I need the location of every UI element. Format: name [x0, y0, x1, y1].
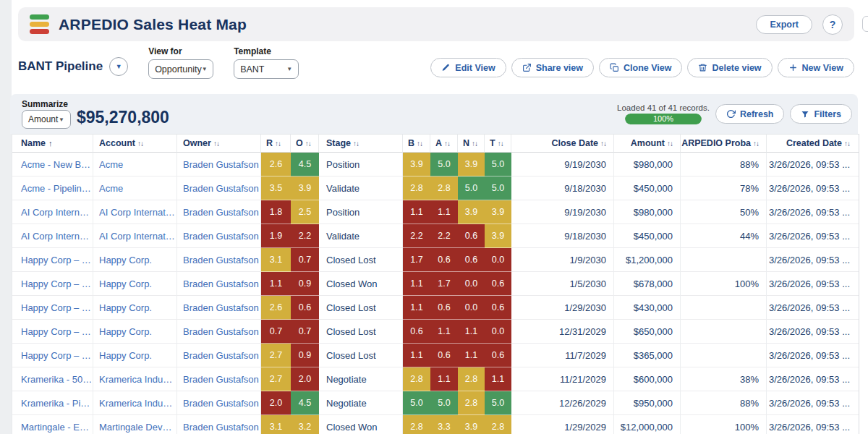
progress-bar: 100% [625, 114, 702, 124]
table-row: AI Corp Internatio...AI Corp Internatio.… [12, 224, 859, 248]
cell-account[interactable]: Martingale DevOps [93, 415, 177, 434]
cell-o: 0.7 [291, 320, 319, 344]
cell-o: 3.2 [291, 415, 319, 434]
cell-account[interactable]: AI Corp Internatio... [93, 200, 177, 224]
cell-account[interactable]: Acme [93, 176, 177, 200]
cell-r: 2.7 [261, 367, 291, 391]
cell-stage: Closed Lost [319, 320, 403, 344]
cell-account[interactable]: AI Corp Internatio... [93, 224, 177, 248]
column-label: B [408, 138, 414, 148]
column-header-amount[interactable]: Amount↑↓ [614, 134, 681, 153]
summarize-field-select[interactable]: Amount ▼ [22, 110, 71, 129]
cell-t: 2.8 [485, 415, 511, 434]
cell-owner[interactable]: Braden Gustafson [177, 272, 261, 296]
cell-close_date: 1/29/2030 [511, 296, 614, 320]
refresh-label: Refresh [740, 109, 774, 119]
column-header-created[interactable]: Created Date↑↓ [767, 134, 859, 153]
cell-close_date: 9/18/2030 [511, 176, 614, 200]
view-dropdown-button[interactable]: ▼ [109, 57, 128, 76]
delete-view-button[interactable]: Delete view [687, 58, 772, 77]
cell-a: 2.2 [430, 224, 458, 248]
cell-owner[interactable]: Braden Gustafson [177, 391, 261, 415]
column-header-account[interactable]: Account↑↓ [93, 134, 177, 153]
cell-stage: Closed Lost [319, 296, 403, 320]
cell-name[interactable]: Happy Corp – Da... [12, 296, 93, 320]
cell-close_date: 9/18/2030 [511, 224, 614, 248]
filters-button[interactable]: Filters [790, 104, 852, 124]
sort-icon: ↑↓ [498, 140, 503, 148]
action-label: Edit View [455, 63, 495, 73]
view-for-select[interactable]: Opportunity ▼ [148, 59, 213, 79]
column-header-a[interactable]: A↑↓ [430, 134, 458, 153]
column-label: Name [21, 138, 46, 148]
cell-name[interactable]: AI Corp Internatio... [12, 200, 93, 224]
cell-owner[interactable]: Braden Gustafson [177, 153, 261, 176]
refresh-button[interactable]: Refresh [715, 104, 785, 124]
help-button[interactable]: ? [822, 14, 843, 35]
new-view-button[interactable]: New View [778, 58, 854, 77]
cell-account[interactable]: Happy Corp. [93, 272, 177, 296]
cell-b: 1.1 [403, 200, 430, 224]
cell-t: 0.6 [485, 344, 511, 367]
cell-proba: 78% [681, 176, 767, 200]
chevron-down-icon: ▼ [116, 63, 122, 70]
template-select[interactable]: BANT ▼ [234, 59, 299, 79]
cell-name[interactable]: Martingale - ERP ... [12, 415, 93, 434]
export-button[interactable]: Export [756, 15, 812, 34]
logo-bar-yellow [30, 22, 49, 27]
cell-name[interactable]: Happy Corp – CR... [12, 272, 93, 296]
column-header-stage[interactable]: Stage↑↓ [319, 134, 403, 153]
cell-name[interactable]: Kramerika - Pipeli... [12, 391, 93, 415]
column-header-name[interactable]: Name↑ [12, 134, 93, 153]
column-label: T [490, 138, 495, 148]
cell-account[interactable]: Happy Corp. [93, 344, 177, 367]
cell-owner[interactable]: Braden Gustafson [177, 344, 261, 367]
column-header-t[interactable]: T↑↓ [485, 134, 511, 153]
share-view-button[interactable]: Share view [511, 58, 594, 77]
cell-owner[interactable]: Braden Gustafson [177, 367, 261, 391]
cell-a: 1.1 [430, 320, 458, 344]
cell-owner[interactable]: Braden Gustafson [177, 415, 261, 434]
cell-account[interactable]: Happy Corp. [93, 248, 177, 272]
clone-view-button[interactable]: Clone View [599, 58, 682, 77]
edit-view-button[interactable]: Edit View [430, 58, 506, 77]
cell-owner[interactable]: Braden Gustafson [177, 248, 261, 272]
cell-close_date: 12/31/2029 [511, 320, 614, 344]
column-header-owner[interactable]: Owner↑↓ [177, 134, 261, 153]
cell-r: 1.1 [261, 272, 291, 296]
cell-name[interactable]: Happy Corp – Se... [12, 344, 93, 367]
cell-a: 5.0 [430, 153, 458, 176]
cell-owner[interactable]: Braden Gustafson [177, 320, 261, 344]
view-toolbar: BANT Pipeline ▼ View for Opportunity ▼ T… [18, 46, 854, 79]
cell-owner[interactable]: Braden Gustafson [177, 224, 261, 248]
cell-owner[interactable]: Braden Gustafson [177, 296, 261, 320]
cell-account[interactable]: Kramerica Industr... [93, 391, 177, 415]
column-header-b[interactable]: B↑↓ [403, 134, 430, 153]
sort-asc-icon: ↑ [48, 139, 53, 148]
cell-account[interactable]: Kramerica Industr... [93, 367, 177, 391]
column-header-r[interactable]: R↑↓ [261, 134, 291, 153]
cell-name[interactable]: Acme - New Busi... [12, 153, 93, 176]
column-header-n[interactable]: N↑↓ [458, 134, 485, 153]
cell-name[interactable]: AI Corp Internatio... [12, 224, 93, 248]
cell-amount: $450,000 [614, 224, 681, 248]
cell-created: 3/26/2026, 09:53 ... [767, 200, 859, 224]
cell-name[interactable]: Happy Corp – ER... [12, 320, 93, 344]
cell-stage: Closed Won [319, 272, 403, 296]
cell-owner[interactable]: Braden Gustafson [177, 176, 261, 200]
cell-n: 0.0 [458, 296, 485, 320]
column-header-close_date[interactable]: Close Date↑↓ [511, 134, 614, 153]
cell-b: 1.1 [403, 296, 430, 320]
cell-account[interactable]: Happy Corp. [93, 320, 177, 344]
cell-account[interactable]: Acme [93, 153, 177, 176]
cell-close_date: 9/19/2030 [511, 200, 614, 224]
cell-a: 2.8 [430, 176, 458, 200]
cell-name[interactable]: Acme - Pipeline ... [12, 176, 93, 200]
cell-name[interactable]: Happy Corp – Clo... [12, 248, 93, 272]
column-header-proba[interactable]: ARPEDIO Proba↑↓ [681, 134, 767, 153]
cell-account[interactable]: Happy Corp. [93, 296, 177, 320]
column-header-o[interactable]: O↑↓ [291, 134, 319, 153]
cell-name[interactable]: Kramerika - 500 ... [12, 367, 93, 391]
cell-a: 0.6 [430, 248, 458, 272]
cell-owner[interactable]: Braden Gustafson [177, 200, 261, 224]
